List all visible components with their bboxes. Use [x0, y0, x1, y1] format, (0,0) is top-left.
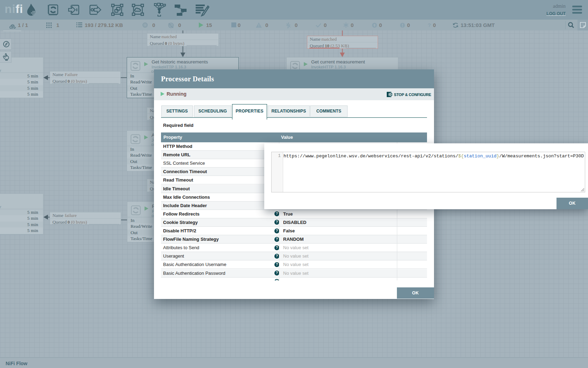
svg-text:?: ?: [428, 22, 431, 28]
